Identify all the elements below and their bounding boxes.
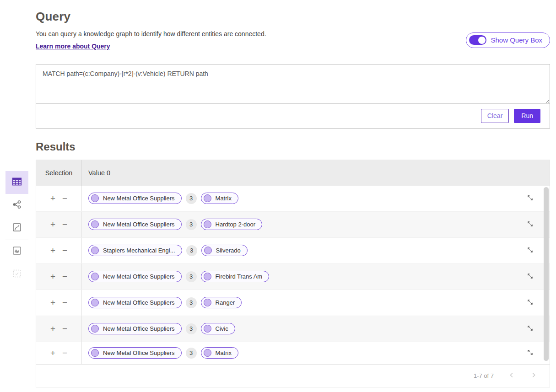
expand-row-button[interactable]: [526, 272, 534, 281]
entity-pill-source[interactable]: New Metal Office Suppliers: [88, 323, 182, 334]
entity-label: New Metal Office Suppliers: [103, 349, 175, 356]
add-to-selection-button[interactable]: +: [50, 194, 55, 203]
view-item-map[interactable]: [5, 240, 28, 263]
entity-pill-source[interactable]: New Metal Office Suppliers: [88, 219, 182, 230]
expand-row-button[interactable]: [526, 194, 534, 203]
expand-row-button[interactable]: [526, 246, 534, 255]
entity-pill-source[interactable]: New Metal Office Suppliers: [88, 193, 182, 204]
expand-icon: [526, 220, 534, 229]
view-item-graph[interactable]: [5, 194, 28, 217]
header-row: You can query a knowledge graph to ident…: [36, 30, 550, 50]
query-box: MATCH path=(c:Company)-[r*2]-(v:Vehicle)…: [36, 64, 550, 129]
node-icon: [204, 325, 211, 333]
entity-pill-target[interactable]: Matrix: [201, 347, 238, 359]
query-actions: Clear Run: [36, 104, 550, 128]
expand-row-button[interactable]: [526, 298, 534, 307]
view-item-table[interactable]: [5, 171, 28, 194]
entity-pill-target[interactable]: Silverado: [201, 245, 248, 256]
table-row: + − New Metal Office Suppliers 3 Civic: [36, 316, 550, 342]
add-to-selection-button[interactable]: +: [50, 349, 55, 357]
run-button[interactable]: Run: [514, 109, 540, 123]
remove-from-selection-button[interactable]: −: [62, 194, 67, 203]
table-header: Selection Value 0: [36, 160, 550, 186]
selection-cell: + −: [36, 316, 82, 342]
expand-row-button[interactable]: [526, 220, 534, 229]
node-icon: [204, 220, 211, 228]
column-header-value0: Value 0: [82, 160, 110, 186]
entity-label: New Metal Office Suppliers: [103, 273, 175, 280]
value-cell: New Metal Office Suppliers 3 Civic: [82, 323, 550, 334]
clear-button[interactable]: Clear: [481, 109, 509, 123]
add-to-selection-button[interactable]: +: [50, 220, 55, 229]
entity-pill-target[interactable]: Matrix: [201, 193, 238, 204]
entity-pill-source[interactable]: New Metal Office Suppliers: [88, 347, 182, 359]
entity-pill-source[interactable]: Staplers Mechanical Engi...: [88, 245, 182, 256]
value-cell: New Metal Office Suppliers 3 Hardtop 2-d…: [82, 219, 550, 230]
value-cell: New Metal Office Suppliers 3 Matrix: [82, 347, 550, 359]
vertical-scrollbar[interactable]: [544, 187, 549, 361]
remove-from-selection-button[interactable]: −: [62, 272, 67, 281]
expand-icon: [526, 272, 534, 281]
selection-cell: + −: [36, 212, 82, 237]
entity-label: Firebird Trans Am: [216, 273, 263, 280]
show-query-box-toggle[interactable]: Show Query Box: [466, 32, 550, 48]
add-to-selection-button[interactable]: +: [50, 246, 55, 255]
node-icon: [204, 273, 211, 280]
view-item-chart[interactable]: [5, 217, 28, 240]
view-item-placeholder: [5, 263, 28, 286]
remove-from-selection-button[interactable]: −: [62, 298, 67, 307]
add-to-selection-button[interactable]: +: [50, 298, 55, 307]
chevron-right-icon: [529, 371, 538, 381]
value-cell: New Metal Office Suppliers 3 Firebird Tr…: [82, 271, 550, 282]
remove-from-selection-button[interactable]: −: [62, 349, 67, 357]
remove-from-selection-button[interactable]: −: [62, 324, 67, 333]
entity-pill-target[interactable]: Civic: [201, 323, 235, 334]
node-icon: [204, 194, 211, 202]
table-row: + − New Metal Office Suppliers 3 Hardtop…: [36, 212, 550, 238]
entity-label: Matrix: [216, 195, 232, 202]
add-to-selection-button[interactable]: +: [50, 324, 55, 333]
entity-pill-target[interactable]: Hardtop 2-door: [201, 219, 262, 230]
entity-pill-source[interactable]: New Metal Office Suppliers: [88, 271, 182, 282]
entity-pill-target[interactable]: Firebird Trans Am: [201, 271, 270, 282]
entity-label: Ranger: [216, 299, 235, 306]
table-row: + − New Metal Office Suppliers 3 Matrix: [36, 342, 550, 364]
toggle-switch-icon[interactable]: [469, 35, 486, 45]
query-input[interactable]: MATCH path=(c:Company)-[r*2]-(v:Vehicle)…: [36, 64, 550, 104]
node-icon: [91, 247, 99, 254]
learn-more-link[interactable]: Learn more about Query: [36, 43, 110, 50]
path-count-badge: 3: [186, 323, 197, 334]
expand-row-button[interactable]: [526, 349, 534, 358]
entity-label: New Metal Office Suppliers: [103, 299, 175, 306]
node-icon: [91, 325, 99, 333]
remove-from-selection-button[interactable]: −: [62, 220, 67, 229]
node-icon: [91, 273, 99, 280]
path-count-badge: 3: [186, 245, 197, 256]
node-icon: [204, 247, 212, 254]
header-text-block: You can query a knowledge graph to ident…: [36, 30, 266, 50]
node-icon: [91, 194, 99, 202]
entity-label: New Metal Office Suppliers: [103, 195, 175, 202]
map-icon: [11, 245, 22, 258]
graph-icon: [11, 199, 22, 211]
chevron-left-icon: [507, 371, 516, 381]
value-cell: Staplers Mechanical Engi... 3 Silverado: [82, 245, 550, 256]
path-count-badge: 3: [186, 219, 197, 230]
selection-cell: + −: [36, 290, 82, 316]
remove-from-selection-button[interactable]: −: [62, 246, 67, 255]
selection-cell: + −: [36, 186, 82, 211]
table-row: + − New Metal Office Suppliers 3 Matrix: [36, 186, 550, 212]
node-icon: [91, 220, 99, 228]
expand-row-button[interactable]: [526, 324, 534, 333]
selection-cell: + −: [36, 342, 82, 364]
entity-label: Civic: [216, 325, 228, 332]
prev-page-button[interactable]: [507, 371, 516, 381]
entity-pill-source[interactable]: New Metal Office Suppliers: [88, 297, 182, 308]
column-header-selection: Selection: [36, 160, 82, 186]
toggle-knob: [478, 37, 486, 44]
add-to-selection-button[interactable]: +: [50, 272, 55, 281]
entity-pill-target[interactable]: Ranger: [201, 297, 242, 308]
node-icon: [91, 299, 99, 306]
next-page-button[interactable]: [529, 371, 538, 381]
value-cell: New Metal Office Suppliers 3 Matrix: [82, 193, 550, 204]
